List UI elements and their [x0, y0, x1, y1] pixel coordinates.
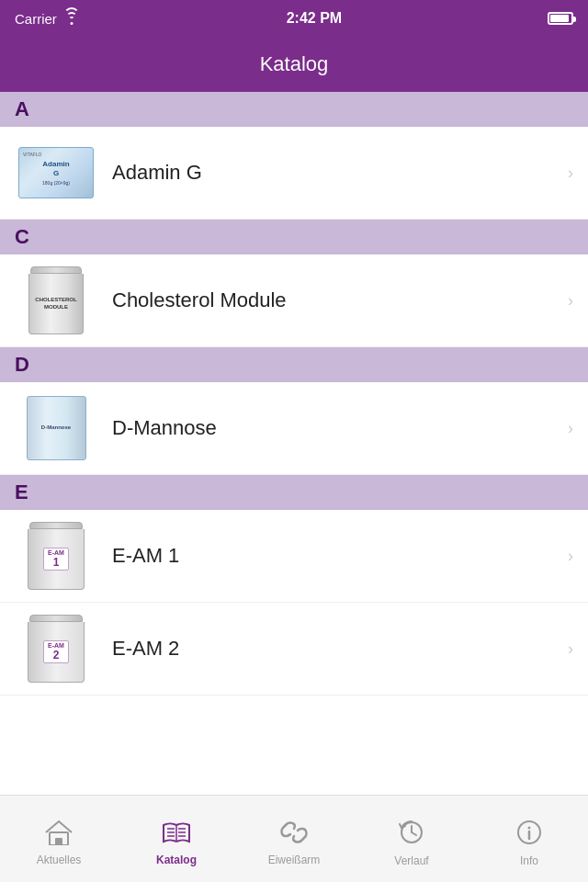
book-icon	[160, 820, 193, 850]
tab-info[interactable]: Info	[470, 796, 588, 882]
product-name: E-AM 1	[112, 544, 179, 568]
tab-info-label: Info	[520, 854, 538, 867]
list-item[interactable]: CHOLESTEROLMODULE Cholesterol Module›	[0, 254, 588, 347]
list-item[interactable]: AdaminG 180g (20×9g) VITAFLO Adamin G›	[0, 127, 588, 220]
product-image-e-am-2: E-AM2	[15, 612, 97, 685]
list-item[interactable]: E-AM2 E-AM 2›	[0, 603, 588, 695]
header: Katalog	[0, 37, 588, 92]
product-image-cholesterol-module: CHOLESTEROLMODULE	[15, 264, 97, 337]
section-header-e: E	[0, 475, 588, 510]
tab-bar: Aktuelles Katalog E	[0, 795, 588, 882]
carrier-area: Carrier	[15, 11, 81, 27]
product-name: Adamin G	[112, 161, 202, 185]
svg-rect-3	[55, 838, 62, 845]
section-header-a: A	[0, 92, 588, 127]
wifi-icon	[62, 12, 81, 25]
product-name: D-Mannose	[112, 416, 217, 440]
tab-verlauf[interactable]: Verlauf	[353, 796, 470, 882]
tab-katalog[interactable]: Katalog	[118, 796, 235, 882]
status-time: 2:42 PM	[287, 10, 342, 27]
chevron-right-icon: ›	[568, 639, 573, 659]
section-header-c: C	[0, 220, 588, 254]
tab-aktuelles[interactable]: Aktuelles	[0, 796, 118, 882]
product-name: Cholesterol Module	[112, 288, 287, 312]
list-item[interactable]: E-AM1 E-AM 1›	[0, 510, 588, 603]
history-icon	[398, 819, 425, 851]
info-icon	[515, 819, 543, 851]
home-icon	[44, 820, 74, 850]
product-image-d-mannose: D-Mannose	[15, 391, 97, 465]
page-title: Katalog	[260, 52, 329, 76]
chevron-right-icon: ›	[568, 547, 573, 566]
tab-aktuelles-label: Aktuelles	[37, 854, 82, 866]
product-list: A AdaminG 180g (20×9g) VITAFLO Adamin G›…	[0, 92, 588, 795]
product-image-e-am-1: E-AM1	[15, 519, 97, 593]
section-header-d: D	[0, 347, 588, 382]
battery-icon	[548, 12, 573, 25]
product-image-adamin-g: AdaminG 180g (20×9g) VITAFLO	[15, 136, 97, 209]
carrier-label: Carrier	[15, 11, 57, 27]
chevron-right-icon: ›	[568, 419, 573, 438]
svg-point-13	[528, 826, 531, 829]
tab-verlauf-label: Verlauf	[394, 854, 428, 867]
tab-eiweissarm[interactable]: Eiweißarm	[235, 796, 353, 882]
battery-area	[548, 12, 573, 25]
tab-eiweissarm-label: Eiweißarm	[268, 854, 321, 866]
links-icon	[277, 820, 311, 850]
tab-katalog-label: Katalog	[156, 854, 197, 866]
chevron-right-icon: ›	[568, 291, 573, 311]
product-name: E-AM 2	[112, 637, 179, 661]
status-bar: Carrier 2:42 PM	[0, 0, 588, 37]
chevron-right-icon: ›	[568, 164, 573, 183]
list-item[interactable]: D-Mannose D-Mannose›	[0, 382, 588, 475]
